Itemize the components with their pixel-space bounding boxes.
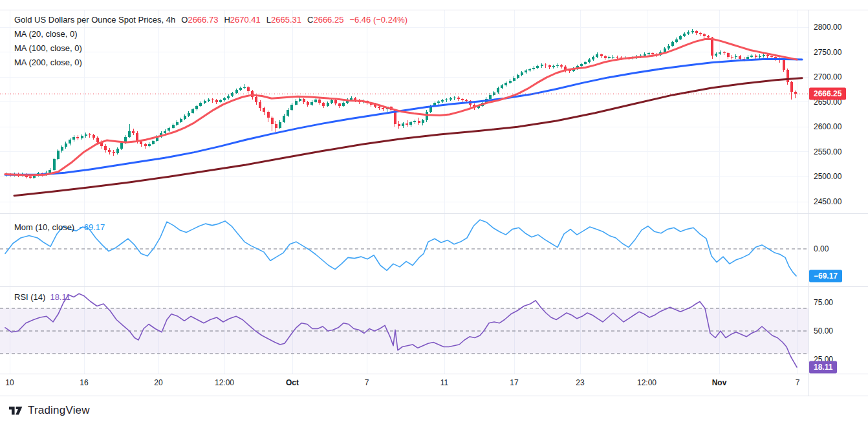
chart-legend: Gold US Dollars per Ounce Spot Prices, 4… bbox=[14, 15, 407, 72]
time-axis-label: 11 bbox=[440, 378, 448, 387]
last-price-badge: 2666.25 bbox=[809, 88, 846, 100]
symbol-legend[interactable]: Gold US Dollars per Ounce Spot Prices, 4… bbox=[14, 15, 407, 25]
rsi-value: 18.11 bbox=[50, 292, 71, 302]
time-axis-label: Nov bbox=[712, 378, 727, 387]
time-axis-label: 12:00 bbox=[637, 378, 656, 387]
rsi-label: RSI (14) bbox=[14, 292, 45, 302]
time-axis-label: 12:00 bbox=[215, 378, 234, 387]
time-axis-label: 20 bbox=[154, 378, 162, 387]
price-axis-label: 2550.00 bbox=[814, 147, 841, 156]
price-axis-label: 2500.00 bbox=[814, 172, 841, 181]
price-axis-label: 2600.00 bbox=[814, 122, 841, 131]
time-axis-label: 7 bbox=[365, 378, 369, 387]
time-axis-label: 23 bbox=[576, 378, 584, 387]
tradingview-logo-icon[interactable] bbox=[9, 405, 23, 416]
price-axis-label: 2450.00 bbox=[814, 197, 841, 206]
rsi-value-badge: 18.11 bbox=[809, 361, 837, 373]
rsi-axis-label: 75.00 bbox=[814, 298, 833, 307]
time-axis-label: 16 bbox=[80, 378, 88, 387]
momentum-legend[interactable]: Mom (10, close)−69.17 bbox=[14, 222, 105, 232]
momentum-pane[interactable] bbox=[0, 214, 808, 286]
change-value: −6.46 (−0.24%) bbox=[349, 15, 407, 25]
time-axis-label: 17 bbox=[510, 378, 518, 387]
open-label: O bbox=[181, 15, 188, 25]
price-axis-label: 2700.00 bbox=[814, 72, 841, 81]
price-axis-label: 2800.00 bbox=[814, 23, 841, 32]
price-axis-label: 2750.00 bbox=[814, 48, 841, 57]
time-axis-label: 7 bbox=[796, 378, 800, 387]
symbol-title: Gold US Dollars per Ounce Spot Prices, 4… bbox=[14, 15, 175, 25]
ma-100-legend[interactable]: MA (100, close, 0) bbox=[14, 43, 407, 53]
high-label: H bbox=[224, 15, 230, 25]
close-value: 2666.25 bbox=[313, 15, 343, 25]
footer: TradingView bbox=[9, 404, 90, 417]
momentum-label: Mom (10, close) bbox=[14, 222, 74, 232]
ma-200-legend[interactable]: MA (200, close, 0) bbox=[14, 58, 407, 67]
rsi-legend[interactable]: RSI (14)18.11 bbox=[14, 292, 71, 302]
time-axis[interactable] bbox=[0, 374, 808, 396]
low-label: L bbox=[266, 15, 271, 25]
momentum-value: −69.17 bbox=[79, 222, 105, 232]
close-label: C bbox=[307, 15, 313, 25]
tradingview-chart: Gold US Dollars per Ounce Spot Prices, 4… bbox=[0, 0, 868, 426]
high-value: 2670.41 bbox=[230, 15, 261, 25]
ma-20-legend[interactable]: MA (20, close, 0) bbox=[14, 29, 407, 39]
rsi-axis-label: 50.00 bbox=[814, 326, 833, 335]
low-value: 2665.31 bbox=[271, 15, 301, 25]
time-axis-label: Oct bbox=[286, 378, 299, 387]
time-axis-label: 10 bbox=[5, 378, 14, 387]
momentum-axis-label: 0.00 bbox=[814, 244, 829, 253]
momentum-value-badge: −69.17 bbox=[809, 270, 842, 282]
open-value: 2666.73 bbox=[188, 15, 218, 25]
rsi-pane[interactable] bbox=[0, 287, 808, 374]
tradingview-brand[interactable]: TradingView bbox=[28, 404, 90, 417]
